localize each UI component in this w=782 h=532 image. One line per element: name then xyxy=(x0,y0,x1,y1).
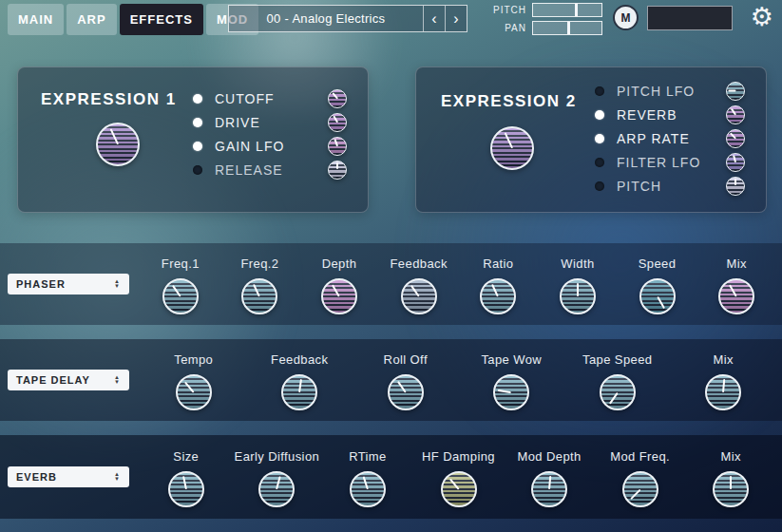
param-active-dot[interactable] xyxy=(595,158,604,167)
fx-knob-label: HF Damping xyxy=(422,449,495,464)
pitch-pan-group: PITCH PAN xyxy=(490,3,602,39)
effect-row-phaser: PHASER ▲▼ Freq.1 Freq.2 Depth Feedback xyxy=(0,243,782,325)
fx-knob-label: Tape Wow xyxy=(481,352,542,367)
param-knob[interactable] xyxy=(726,82,745,101)
fx-knob-label: Speed xyxy=(639,256,677,271)
tab[interactable]: EFFECTS xyxy=(120,4,203,35)
param-active-dot[interactable] xyxy=(595,110,604,120)
param-label: REVERB xyxy=(617,107,726,123)
param-label: ARP RATE xyxy=(617,131,726,146)
fx-knob-label: Mod Depth xyxy=(518,449,582,464)
fx-knob[interactable] xyxy=(705,374,741,410)
fx-knob[interactable] xyxy=(401,278,437,314)
effect-type-label: EVERB xyxy=(16,471,57,483)
fx-knob[interactable] xyxy=(713,471,749,507)
fx-knob-strip: Size Early Diffusion RTime HF Damping Mo… xyxy=(141,435,776,519)
fx-knob[interactable] xyxy=(321,278,357,314)
fx-knob-label: RTime xyxy=(349,449,387,464)
fx-knob[interactable] xyxy=(388,374,424,410)
param-knob[interactable] xyxy=(726,177,745,196)
tab[interactable]: MAIN xyxy=(8,4,64,35)
param-knob[interactable] xyxy=(726,105,745,124)
fx-knob[interactable] xyxy=(168,471,204,507)
fx-knob[interactable] xyxy=(281,374,317,410)
param-label: FILTER LFO xyxy=(617,155,726,170)
expression-param-row: RELEASE xyxy=(193,158,347,181)
fx-knob[interactable] xyxy=(480,278,516,314)
midi-button[interactable]: M xyxy=(613,5,639,30)
fx-knob[interactable] xyxy=(176,374,212,410)
param-knob[interactable] xyxy=(726,129,745,148)
param-knob[interactable] xyxy=(328,161,347,180)
fx-knob[interactable] xyxy=(241,278,277,314)
fx-knob-cell: Tape Wow xyxy=(459,339,565,421)
effect-type-select[interactable]: PHASER ▲▼ xyxy=(8,274,129,294)
param-active-dot[interactable] xyxy=(193,118,202,127)
effect-type-select[interactable]: TAPE DELAY ▲▼ xyxy=(8,370,129,390)
synth-plugin-window: MAIN ARP EFFECTS MOD 00 - Analog Electri… xyxy=(0,0,782,532)
fx-knob[interactable] xyxy=(560,278,596,314)
fx-knob[interactable] xyxy=(441,471,477,507)
pan-row: PAN xyxy=(490,21,602,35)
tab-bar: MAIN ARP EFFECTS MOD xyxy=(8,4,258,35)
fx-knob-cell: Mod Freq. xyxy=(595,435,686,519)
settings-gear-icon[interactable]: ⚙ xyxy=(751,2,773,32)
tab[interactable]: ARP xyxy=(67,4,116,35)
fx-knob-label: Feedback xyxy=(271,352,328,367)
param-active-dot[interactable] xyxy=(193,142,202,151)
fx-knob-cell: Mod Depth xyxy=(504,435,595,519)
param-active-dot[interactable] xyxy=(595,86,604,96)
fx-knob-label: Freq.1 xyxy=(162,256,200,271)
param-knob[interactable] xyxy=(328,113,347,132)
fx-knob-cell: Freq.2 xyxy=(220,243,300,325)
fx-knob[interactable] xyxy=(639,278,676,314)
expression2-params: PITCH LFO REVERB ARP RATE FILTER LFO xyxy=(595,79,745,198)
fx-knob-cell: Feedback xyxy=(379,243,459,325)
fx-knob[interactable] xyxy=(162,278,199,314)
param-active-dot[interactable] xyxy=(595,134,604,143)
param-label: DRIVE xyxy=(215,115,328,130)
expression-param-row: GAIN LFO xyxy=(193,134,347,158)
fx-knob-cell: HF Damping xyxy=(413,435,505,519)
pitch-slider[interactable] xyxy=(532,3,602,17)
pan-slider[interactable] xyxy=(532,21,602,35)
pan-slider-handle[interactable] xyxy=(567,22,570,34)
fx-knob[interactable] xyxy=(600,374,636,410)
param-knob[interactable] xyxy=(328,137,347,156)
expression-param-row: CUTOFF xyxy=(193,86,347,110)
param-active-dot[interactable] xyxy=(193,94,202,104)
fx-knob-cell: Ratio xyxy=(459,243,539,325)
fx-knob-label: Depth xyxy=(322,256,357,271)
fx-knob-cell: RTime xyxy=(322,435,413,519)
fx-knob[interactable] xyxy=(622,471,658,507)
param-active-dot[interactable] xyxy=(193,165,202,175)
expression2-knob[interactable] xyxy=(490,126,534,170)
param-knob[interactable] xyxy=(726,153,745,172)
fx-knob-label: Size xyxy=(173,449,199,464)
fx-knob-cell: Early Diffusion xyxy=(232,435,323,519)
param-knob[interactable] xyxy=(328,89,347,108)
fx-knob-cell: Tape Speed xyxy=(564,339,671,421)
fx-knob[interactable] xyxy=(718,278,754,314)
param-active-dot[interactable] xyxy=(595,181,604,191)
expression-param-row: FILTER LFO xyxy=(595,150,745,174)
pitch-label: PITCH xyxy=(490,5,526,15)
fx-knob[interactable] xyxy=(531,471,567,507)
expression1-panel: EXPRESSION 1 CUTOFF DRIVE GAIN LFO xyxy=(17,66,369,213)
preset-next-button[interactable]: › xyxy=(445,6,467,31)
fx-knob-cell: Mix xyxy=(696,243,776,325)
fx-knob[interactable] xyxy=(493,374,529,410)
fx-knob[interactable] xyxy=(258,471,295,507)
preset-name: 00 - Analog Electrics xyxy=(229,11,423,26)
expression2-title: EXPRESSION 2 xyxy=(441,92,577,111)
expression1-knob[interactable] xyxy=(96,123,140,166)
tab-label: ARP xyxy=(77,12,105,27)
fx-knob-cell: Mix xyxy=(685,435,776,519)
fx-knob-label: Ratio xyxy=(483,256,513,271)
pitch-slider-handle[interactable] xyxy=(575,4,578,16)
tab-label: MAIN xyxy=(18,12,53,27)
effect-type-select[interactable]: EVERB ▲▼ xyxy=(8,466,129,487)
preset-prev-button[interactable]: ‹ xyxy=(423,6,445,31)
select-arrows-icon: ▲▼ xyxy=(114,279,121,289)
fx-knob[interactable] xyxy=(350,471,386,507)
